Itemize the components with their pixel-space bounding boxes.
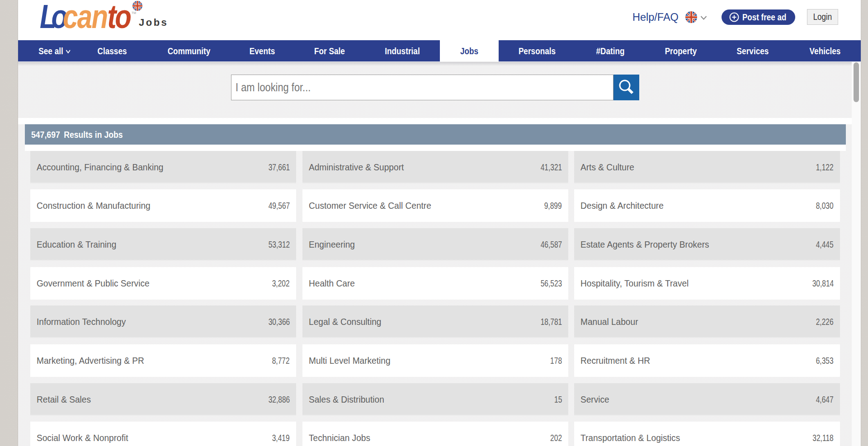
svg-text:Locanto: Locanto bbox=[40, 2, 131, 33]
